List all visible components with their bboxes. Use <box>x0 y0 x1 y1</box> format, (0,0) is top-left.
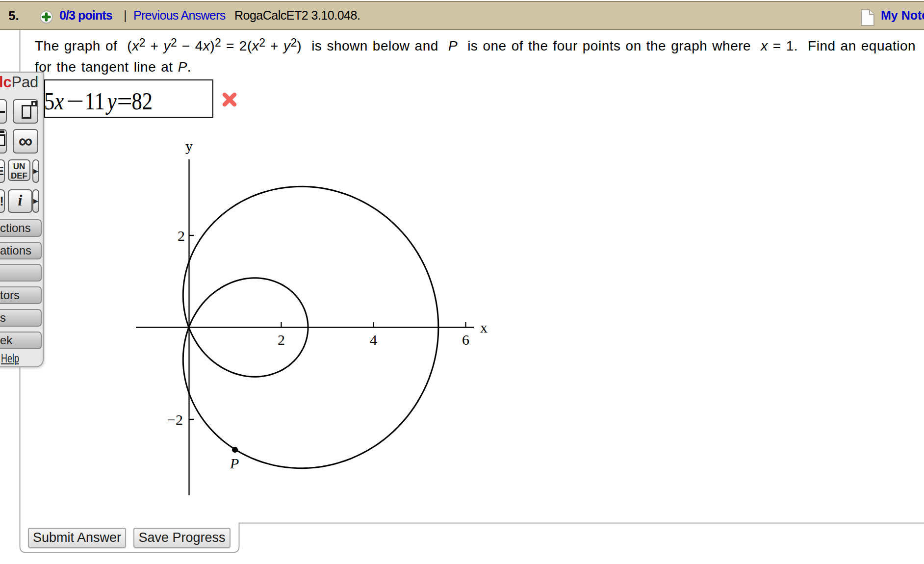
svg-text:4: 4 <box>370 332 377 348</box>
svg-text:6: 6 <box>462 332 469 348</box>
svg-text:2: 2 <box>278 332 285 348</box>
svg-text:x: x <box>480 319 488 335</box>
svg-text:2: 2 <box>178 228 185 244</box>
svg-text:P: P <box>230 455 239 471</box>
svg-text:−2: −2 <box>167 411 183 428</box>
svg-text:y: y <box>185 138 193 154</box>
